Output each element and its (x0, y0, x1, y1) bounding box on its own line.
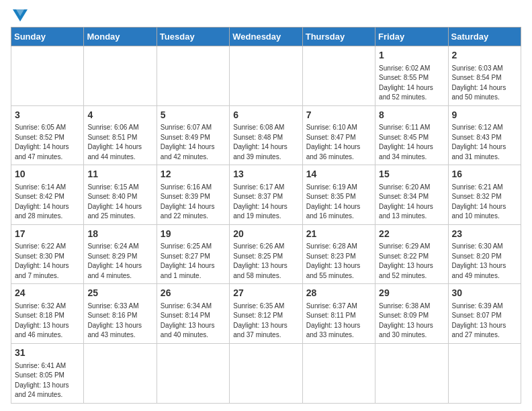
day-info: Sunrise: 6:07 AM Sunset: 8:49 PM Dayligh… (161, 123, 226, 162)
day-info: Sunrise: 6:16 AM Sunset: 8:39 PM Dayligh… (161, 183, 226, 222)
day-info: Sunrise: 6:10 AM Sunset: 8:47 PM Dayligh… (306, 123, 371, 162)
calendar-cell: 25Sunrise: 6:33 AM Sunset: 8:16 PM Dayli… (84, 284, 157, 344)
calendar-cell: 19Sunrise: 6:25 AM Sunset: 8:27 PM Dayli… (157, 224, 229, 284)
calendar-cell (230, 343, 302, 403)
weekday-header-sunday: Sunday (11, 28, 84, 46)
day-number: 23 (452, 228, 517, 241)
calendar-week-row: 24Sunrise: 6:32 AM Sunset: 8:18 PM Dayli… (11, 284, 521, 344)
logo-icon (13, 9, 28, 21)
calendar-cell: 7Sunrise: 6:10 AM Sunset: 8:47 PM Daylig… (302, 105, 375, 165)
day-number: 16 (452, 168, 517, 181)
calendar-cell: 2Sunrise: 6:03 AM Sunset: 8:54 PM Daylig… (448, 46, 521, 106)
day-info: Sunrise: 6:12 AM Sunset: 8:43 PM Dayligh… (452, 123, 517, 162)
day-number: 20 (233, 228, 298, 241)
weekday-header-row: SundayMondayTuesdayWednesdayThursdayFrid… (11, 28, 521, 46)
day-info: Sunrise: 6:17 AM Sunset: 8:37 PM Dayligh… (233, 183, 298, 222)
calendar-cell: 23Sunrise: 6:30 AM Sunset: 8:20 PM Dayli… (448, 224, 521, 284)
day-number: 4 (87, 109, 152, 122)
day-info: Sunrise: 6:39 AM Sunset: 8:07 PM Dayligh… (452, 302, 517, 340)
day-number: 30 (452, 287, 517, 300)
calendar-week-row: 3Sunrise: 6:05 AM Sunset: 8:52 PM Daylig… (11, 105, 521, 165)
calendar-cell: 28Sunrise: 6:37 AM Sunset: 8:11 PM Dayli… (302, 284, 375, 344)
day-number: 18 (87, 228, 152, 241)
calendar-cell: 31Sunrise: 6:41 AM Sunset: 8:05 PM Dayli… (11, 343, 84, 403)
weekday-header-friday: Friday (375, 28, 448, 46)
calendar-cell: 11Sunrise: 6:15 AM Sunset: 8:40 PM Dayli… (84, 165, 157, 225)
day-number: 15 (379, 168, 444, 181)
day-info: Sunrise: 6:20 AM Sunset: 8:34 PM Dayligh… (379, 183, 444, 222)
weekday-header-saturday: Saturday (448, 28, 521, 46)
calendar-cell (302, 46, 375, 106)
day-number: 24 (15, 287, 80, 300)
day-info: Sunrise: 6:34 AM Sunset: 8:14 PM Dayligh… (161, 302, 226, 340)
day-info: Sunrise: 6:22 AM Sunset: 8:30 PM Dayligh… (15, 242, 80, 281)
day-info: Sunrise: 6:37 AM Sunset: 8:11 PM Dayligh… (306, 302, 371, 340)
day-number: 2 (452, 49, 517, 62)
day-info: Sunrise: 6:11 AM Sunset: 8:45 PM Dayligh… (379, 123, 444, 162)
day-info: Sunrise: 6:35 AM Sunset: 8:12 PM Dayligh… (233, 302, 298, 340)
calendar-cell (157, 343, 229, 403)
day-number: 7 (306, 109, 371, 122)
weekday-header-tuesday: Tuesday (157, 28, 229, 46)
calendar-cell: 17Sunrise: 6:22 AM Sunset: 8:30 PM Dayli… (11, 224, 84, 284)
calendar-cell: 30Sunrise: 6:39 AM Sunset: 8:07 PM Dayli… (448, 284, 521, 344)
calendar-cell: 15Sunrise: 6:20 AM Sunset: 8:34 PM Dayli… (375, 165, 448, 225)
day-number: 19 (161, 228, 226, 241)
day-info: Sunrise: 6:33 AM Sunset: 8:16 PM Dayligh… (87, 302, 152, 340)
calendar-cell: 24Sunrise: 6:32 AM Sunset: 8:18 PM Dayli… (11, 284, 84, 344)
day-info: Sunrise: 6:30 AM Sunset: 8:20 PM Dayligh… (452, 242, 517, 281)
calendar-cell: 21Sunrise: 6:28 AM Sunset: 8:23 PM Dayli… (302, 224, 375, 284)
day-info: Sunrise: 6:15 AM Sunset: 8:40 PM Dayligh… (87, 183, 152, 222)
day-info: Sunrise: 6:25 AM Sunset: 8:27 PM Dayligh… (161, 242, 226, 281)
day-number: 12 (161, 168, 226, 181)
calendar-cell: 5Sunrise: 6:07 AM Sunset: 8:49 PM Daylig… (157, 105, 229, 165)
calendar-cell (230, 46, 302, 106)
day-info: Sunrise: 6:28 AM Sunset: 8:23 PM Dayligh… (306, 242, 371, 281)
calendar-week-row: 31Sunrise: 6:41 AM Sunset: 8:05 PM Dayli… (11, 343, 521, 403)
day-number: 28 (306, 287, 371, 300)
day-number: 29 (379, 287, 444, 300)
weekday-header-monday: Monday (84, 28, 157, 46)
calendar-cell: 1Sunrise: 6:02 AM Sunset: 8:55 PM Daylig… (375, 46, 448, 106)
day-info: Sunrise: 6:08 AM Sunset: 8:48 PM Dayligh… (233, 123, 298, 162)
day-number: 14 (306, 168, 371, 181)
day-info: Sunrise: 6:32 AM Sunset: 8:18 PM Dayligh… (15, 302, 80, 340)
calendar-week-row: 1Sunrise: 6:02 AM Sunset: 8:55 PM Daylig… (11, 46, 521, 106)
day-number: 3 (15, 109, 80, 122)
day-info: Sunrise: 6:41 AM Sunset: 8:05 PM Dayligh… (15, 361, 80, 400)
day-number: 26 (161, 287, 226, 300)
calendar-cell: 3Sunrise: 6:05 AM Sunset: 8:52 PM Daylig… (11, 105, 84, 165)
calendar-cell: 18Sunrise: 6:24 AM Sunset: 8:29 PM Dayli… (84, 224, 157, 284)
day-number: 1 (379, 49, 444, 62)
day-number: 17 (15, 228, 80, 241)
day-number: 11 (87, 168, 152, 181)
day-number: 10 (15, 168, 80, 181)
day-info: Sunrise: 6:19 AM Sunset: 8:35 PM Dayligh… (306, 183, 371, 222)
day-info: Sunrise: 6:06 AM Sunset: 8:51 PM Dayligh… (87, 123, 152, 162)
day-info: Sunrise: 6:26 AM Sunset: 8:25 PM Dayligh… (233, 242, 298, 281)
day-number: 21 (306, 228, 371, 241)
weekday-header-wednesday: Wednesday (230, 28, 302, 46)
calendar-cell: 13Sunrise: 6:17 AM Sunset: 8:37 PM Dayli… (230, 165, 302, 225)
day-number: 5 (161, 109, 226, 122)
calendar-cell: 6Sunrise: 6:08 AM Sunset: 8:48 PM Daylig… (230, 105, 302, 165)
day-number: 13 (233, 168, 298, 181)
day-info: Sunrise: 6:29 AM Sunset: 8:22 PM Dayligh… (379, 242, 444, 281)
logo (11, 11, 28, 21)
day-info: Sunrise: 6:38 AM Sunset: 8:09 PM Dayligh… (379, 302, 444, 340)
day-number: 6 (233, 109, 298, 122)
calendar-table: SundayMondayTuesdayWednesdayThursdayFrid… (11, 27, 521, 404)
calendar-cell: 9Sunrise: 6:12 AM Sunset: 8:43 PM Daylig… (448, 105, 521, 165)
calendar-cell: 20Sunrise: 6:26 AM Sunset: 8:25 PM Dayli… (230, 224, 302, 284)
calendar-cell (157, 46, 229, 106)
day-number: 25 (87, 287, 152, 300)
calendar-cell: 8Sunrise: 6:11 AM Sunset: 8:45 PM Daylig… (375, 105, 448, 165)
calendar-cell: 12Sunrise: 6:16 AM Sunset: 8:39 PM Dayli… (157, 165, 229, 225)
day-number: 27 (233, 287, 298, 300)
day-info: Sunrise: 6:21 AM Sunset: 8:32 PM Dayligh… (452, 183, 517, 222)
day-number: 22 (379, 228, 444, 241)
weekday-header-thursday: Thursday (302, 28, 375, 46)
calendar-cell: 26Sunrise: 6:34 AM Sunset: 8:14 PM Dayli… (157, 284, 229, 344)
day-info: Sunrise: 6:02 AM Sunset: 8:55 PM Dayligh… (379, 64, 444, 103)
calendar-cell: 4Sunrise: 6:06 AM Sunset: 8:51 PM Daylig… (84, 105, 157, 165)
